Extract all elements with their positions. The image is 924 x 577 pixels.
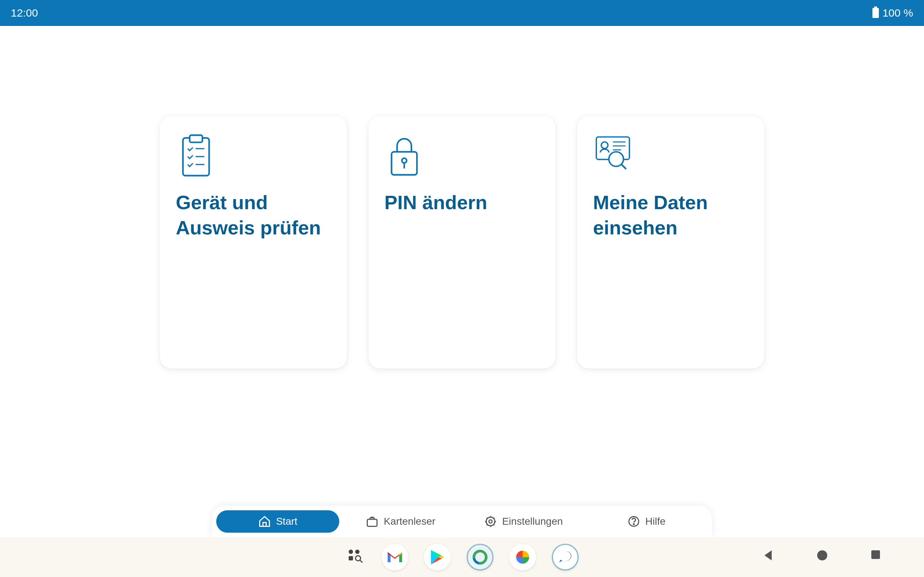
svg-rect-1: [190, 135, 202, 142]
bottom-nav-container: Start Kartenleser Einstellungen: [212, 506, 712, 537]
bottom-nav: Start Kartenleser Einstellungen: [212, 506, 712, 537]
status-right: 100 %: [872, 7, 913, 19]
status-time: 12:00: [11, 7, 38, 19]
card-title: Gerät und Ausweis prüfen: [176, 190, 331, 240]
gear-icon: [484, 515, 497, 528]
nav-label: Hilfe: [645, 516, 666, 527]
help-icon: [627, 515, 640, 528]
dock-icons: [346, 544, 578, 571]
change-pin-card[interactable]: PIN ändern: [368, 116, 556, 369]
app-drawer-icon[interactable]: [346, 547, 366, 567]
svg-rect-23: [349, 556, 353, 561]
battery-percent: 100 %: [882, 7, 913, 19]
ausweis-app-icon[interactable]: [467, 544, 493, 571]
back-button[interactable]: [762, 549, 776, 563]
checklist-icon: [176, 132, 215, 179]
svg-rect-27: [871, 550, 880, 559]
svg-point-21: [349, 550, 353, 554]
svg-point-17: [489, 520, 492, 523]
photos-icon[interactable]: [509, 544, 536, 571]
nav-label: Kartenleser: [384, 516, 435, 527]
card-title: Meine Daten einsehen: [593, 190, 748, 240]
nav-label: Start: [276, 516, 297, 527]
svg-point-22: [355, 550, 360, 554]
home-button[interactable]: [816, 549, 830, 563]
svg-line-15: [622, 164, 626, 169]
svg-point-9: [601, 142, 608, 148]
main-content: Gerät und Ausweis prüfen PIN ändern: [0, 26, 924, 369]
gmail-icon[interactable]: [381, 544, 408, 571]
svg-point-6: [402, 158, 406, 163]
nav-start[interactable]: Start: [216, 510, 339, 533]
nav-label: Einstellungen: [502, 516, 563, 527]
svg-rect-16: [367, 519, 377, 527]
lock-icon: [384, 132, 424, 179]
system-nav: [762, 549, 884, 563]
status-bar: 12:00 100 %: [0, 0, 924, 26]
svg-line-25: [360, 560, 362, 562]
home-icon: [258, 515, 271, 528]
view-data-card[interactable]: Meine Daten einsehen: [577, 116, 764, 369]
play-store-icon[interactable]: [424, 544, 451, 571]
battery-icon: [872, 8, 879, 18]
nav-help[interactable]: Hilfe: [585, 510, 708, 533]
svg-point-20: [633, 524, 634, 524]
messages-icon[interactable]: [552, 544, 578, 571]
system-dock: [0, 537, 924, 577]
svg-point-24: [355, 556, 360, 561]
card-title: PIN ändern: [384, 190, 540, 215]
nav-card-reader[interactable]: Kartenleser: [339, 510, 462, 533]
check-device-card[interactable]: Gerät und Ausweis prüfen: [160, 116, 347, 369]
recent-apps-button[interactable]: [870, 549, 884, 563]
svg-point-26: [817, 550, 827, 561]
nav-settings[interactable]: Einstellungen: [462, 510, 585, 533]
svg-point-18: [486, 517, 495, 526]
card-reader-icon: [366, 515, 379, 528]
id-card-icon: [593, 132, 633, 179]
